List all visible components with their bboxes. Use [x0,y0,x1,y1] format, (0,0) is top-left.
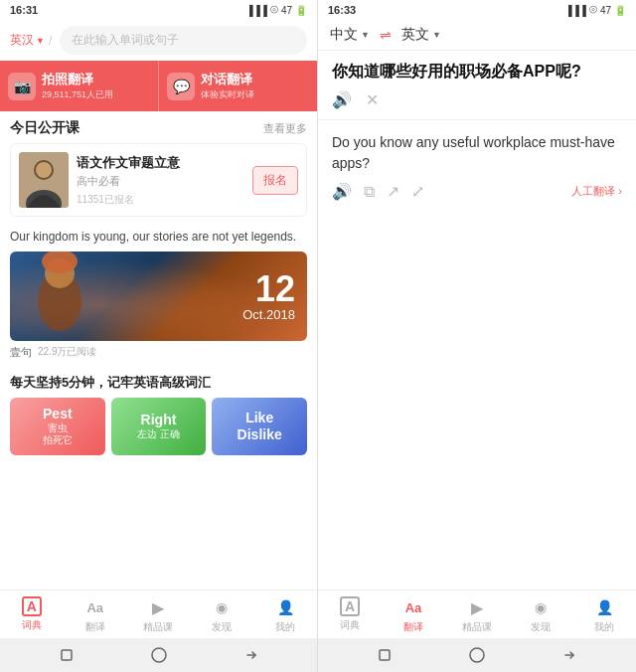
status-icons-left: ▐▐▐ ⦾ 47 🔋 [246,4,307,16]
nav-translate[interactable]: Aa 翻译 [64,590,127,638]
courses-nav-icon: ▶ [147,596,169,618]
vocab-word-right: Right [137,412,180,428]
quote-text: Our kingdom is young, our stories are no… [10,229,307,246]
source-text-area[interactable]: 你知道哪些好用的职场必备APP呢? 🔊 ✕ [318,51,636,120]
photo-translate-btn[interactable]: 📷 拍照翻译 29,511,751人已用 [0,61,158,111]
left-screen: 16:31 ▐▐▐ ⦾ 47 🔋 英汉 ▼ / 在此输入单词或句子 📷 拍照翻译… [0,0,318,672]
result-expand-icon[interactable]: ⤢ [411,182,424,201]
status-icons-right: ▐▐▐ ⦾ 47 🔋 [565,4,626,16]
course-info: 语文作文审题立意 高中必看 11351已报名 [77,154,244,207]
vocab-card-pest[interactable]: Pest 害虫 拍死它 [10,398,105,455]
nav-me-label-r: 我的 [594,620,614,634]
result-text: Do you know any useful workplace must-ha… [332,132,622,174]
svg-point-10 [470,648,484,662]
result-area: Do you know any useful workplace must-ha… [318,120,636,589]
nav-me-label: 我的 [275,620,295,634]
quote-date: 12 Oct.2018 [242,270,295,321]
course-enrolled: 11351已报名 [77,193,244,207]
quote-section: Our kingdom is young, our stories are no… [0,221,317,368]
nav-courses[interactable]: ▶ 精品课 [127,590,191,638]
source-speak-icon[interactable]: 🔊 [332,90,352,109]
lang-selector[interactable]: 英汉 ▼ / [10,32,54,49]
home-btn-r[interactable] [466,644,488,666]
camera-icon: 📷 [8,73,36,100]
lang-dropdown-icon: ▼ [36,36,45,46]
search-placeholder: 在此输入单词或句子 [72,32,179,49]
quote-date-month: Oct.2018 [242,306,295,321]
nav-translate-label: 翻译 [85,620,105,634]
back-btn[interactable] [56,644,78,666]
quote-date-number: 12 [242,270,295,306]
nav-courses-r[interactable]: ▶ 精品课 [445,590,509,638]
result-copy-icon[interactable]: ⧉ [364,183,375,201]
public-class-title: 今日公开课 [10,119,80,137]
vocab-section-title: 每天坚持5分钟，记牢英语高级词汇 [10,374,307,392]
nav-discover[interactable]: ◉ 发现 [190,590,253,638]
discover-nav-icon-r: ◉ [530,596,552,618]
vocab-trans-pest: 害虫 [43,422,73,434]
recent-apps-btn-r[interactable] [558,644,580,666]
conversation-icon: 💬 [167,73,195,100]
translation-header: 中文 ▼ ⇌ 英文 ▼ [318,20,636,51]
source-text: 你知道哪些好用的职场必备APP呢? [332,61,622,83]
source-clear-icon[interactable]: ✕ [366,90,379,109]
wifi-icon: ⦾ [270,4,278,16]
course-title: 语文作文审题立意 [77,154,244,172]
target-lang-badge[interactable]: 英文 ▼ [401,26,441,44]
nav-me-r[interactable]: 👤 我的 [572,590,636,638]
photo-btn-text: 拍照翻译 29,511,751人已用 [42,71,113,101]
nav-dict[interactable]: A 词典 [0,590,64,638]
status-bar-left: 16:31 ▐▐▐ ⦾ 47 🔋 [0,0,317,20]
result-speak-icon[interactable]: 🔊 [332,182,352,201]
nav-me[interactable]: 👤 我的 [253,590,317,638]
vocab-section: 每天坚持5分钟，记牢英语高级词汇 Pest 害虫 拍死它 Right 左边 正确 [0,368,317,461]
register-btn[interactable]: 报名 [252,166,298,195]
bottom-nav-right: A 词典 Aa 翻译 ▶ 精品课 ◉ 发现 👤 我的 [318,589,636,638]
recent-icon [242,646,260,664]
svg-rect-7 [62,650,72,660]
back-icon-r [376,646,394,664]
back-icon [58,646,76,664]
home-btn[interactable] [148,644,170,666]
result-share-icon[interactable]: ↗ [387,182,399,201]
quote-image: 12 Oct.2018 [10,252,307,341]
view-more-btn[interactable]: 查看更多 [263,121,307,136]
course-card[interactable]: 语文作文审题立意 高中必看 11351已报名 报名 [10,143,307,217]
nav-discover-label-r: 发现 [531,620,551,634]
nav-dict-r[interactable]: A 词典 [318,590,382,638]
signal-icon-r: ▐▐▐ [565,5,586,16]
vocab-word-dislike: Dislike [238,426,282,443]
conversation-translate-btn[interactable]: 💬 对话翻译 体验实时对译 [158,61,317,111]
me-nav-icon-r: 👤 [593,596,615,618]
nav-discover-label: 发现 [212,620,232,634]
svg-rect-9 [380,650,390,660]
quote-reads: 22.9万已阅读 [38,345,96,359]
right-screen: 16:33 ▐▐▐ ⦾ 47 🔋 中文 ▼ ⇌ 英文 ▼ 你知道哪些好用的职场必… [318,0,636,672]
result-actions: 🔊 ⧉ ↗ ⤢ 人工翻译 › [332,182,622,201]
search-input-container[interactable]: 在此输入单词或句子 [60,26,307,55]
vocab-card-right[interactable]: Right 左边 正确 [111,398,207,455]
photo-btn-sub: 29,511,751人已用 [42,88,113,101]
human-translate-link[interactable]: 人工翻译 › [571,184,622,199]
nav-courses-label-r: 精品课 [462,620,492,634]
back-btn-r[interactable] [374,644,396,666]
nav-discover-r[interactable]: ◉ 发现 [509,590,572,638]
vocab-card-pest-content: Pest 害虫 拍死它 [43,406,73,446]
recent-icon-r [560,646,578,664]
source-lang-badge[interactable]: 中文 ▼ [330,26,370,44]
nav-translate-r[interactable]: Aa 翻译 [382,590,445,638]
recent-apps-btn[interactable] [240,644,262,666]
svg-point-8 [152,648,166,662]
battery-icon-r: 🔋 [614,5,626,16]
vocab-card-like[interactable]: Like Dislike [212,398,307,455]
source-lang-label: 中文 [330,26,358,44]
discover-nav-icon: ◉ [211,596,233,618]
vocab-card-right-content: Right 左边 正确 [137,412,180,440]
target-lang-dropdown-icon: ▼ [432,30,441,40]
swap-languages-icon[interactable]: ⇌ [380,27,392,43]
vocab-note-pest: 拍死它 [43,434,73,446]
bottom-nav-left: A 词典 Aa 翻译 ▶ 精品课 ◉ 发现 👤 我的 [0,589,317,638]
status-bar-right: 16:33 ▐▐▐ ⦾ 47 🔋 [318,0,636,20]
vocab-trans-right: 左边 正确 [137,428,180,440]
wifi-icon-r: ⦾ [589,4,597,16]
